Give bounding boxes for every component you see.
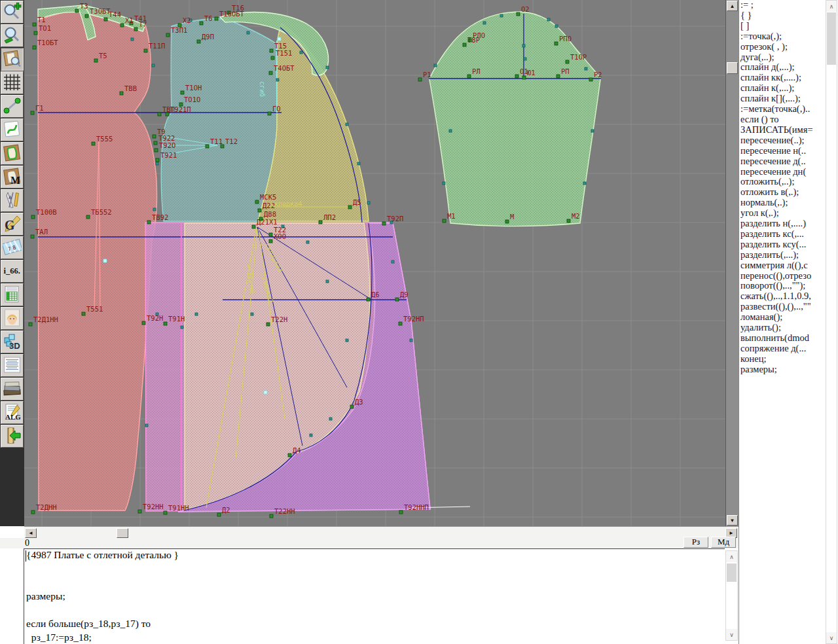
rz-button[interactable]: Рз — [683, 537, 708, 548]
curve-point-marker[interactable] — [524, 58, 526, 60]
curve-point-marker[interactable] — [346, 123, 348, 126]
command-item[interactable]: отрезок( , ); — [739, 42, 838, 52]
toolbar-button-measuring-tape[interactable]: 7 8 — [1, 236, 24, 259]
curve-point-marker[interactable] — [247, 31, 249, 34]
curve-point-marker[interactable] — [346, 339, 348, 342]
curve-point-marker[interactable] — [251, 313, 253, 315]
toolbar-button-zoom-in[interactable] — [1, 1, 24, 24]
point-marker[interactable] — [288, 454, 291, 457]
point-marker[interactable] — [104, 18, 107, 21]
command-item[interactable]: сплайн д(,...); — [739, 62, 838, 73]
pattern-drawing[interactable]: Т1ТО1Т1ОБТТ3Т3ОБТТ44Х1Т41Т7Т5ТВВГ1ТВПТ92… — [24, 0, 725, 526]
program-editor[interactable]: {4987 Платье с отлетной деталью }размеры… — [24, 548, 725, 644]
scroll-down-button[interactable]: ▼ — [727, 515, 738, 526]
point-marker[interactable] — [399, 510, 403, 514]
point-marker[interactable] — [31, 510, 35, 514]
point-marker[interactable] — [181, 91, 184, 94]
command-item[interactable]: перенос((),отрезо — [739, 271, 838, 281]
point-marker[interactable] — [217, 513, 221, 516]
command-item[interactable]: сплайн кк(,....); — [739, 73, 838, 83]
point-marker[interactable] — [555, 42, 558, 45]
command-item[interactable]: пересечение дн( — [739, 167, 838, 177]
toolbar-button-segment[interactable] — [1, 95, 24, 118]
curve-point-marker[interactable] — [153, 208, 156, 211]
point-marker[interactable] — [138, 510, 141, 513]
curve-point-marker[interactable] — [547, 18, 550, 21]
point-marker[interactable] — [147, 221, 151, 224]
point-marker[interactable] — [418, 78, 422, 81]
point-marker[interactable] — [566, 60, 569, 63]
point-marker[interactable] — [505, 220, 509, 223]
editor-vertical-scrollbar[interactable]: ∧ ∨ — [725, 550, 738, 641]
point-marker[interactable] — [85, 14, 88, 18]
point-marker[interactable] — [589, 78, 592, 81]
canvas-horizontal-scrollbar[interactable]: ◄ ► — [24, 526, 738, 538]
curve-point-marker[interactable] — [591, 130, 594, 132]
curve-point-marker[interactable] — [181, 326, 183, 329]
point-marker[interactable] — [120, 24, 124, 27]
command-item[interactable]: конец; — [739, 354, 838, 365]
curve-point-marker[interactable] — [449, 130, 452, 132]
curve-point-marker[interactable] — [329, 418, 332, 420]
curve-point-marker[interactable] — [434, 64, 437, 67]
toolbar-button-fit-view[interactable] — [1, 48, 24, 71]
command-item[interactable]: :=метка(точка(,).. — [739, 104, 838, 115]
curve-point-marker[interactable] — [156, 162, 158, 165]
point-marker[interactable] — [164, 511, 167, 514]
commands-scroll-up-button[interactable]: ∧ — [826, 1, 837, 12]
command-item[interactable]: поворот((),..,""); — [739, 281, 838, 291]
point-marker[interactable] — [348, 206, 352, 209]
toolbar-button-curve-sketch[interactable] — [1, 118, 24, 141]
canvas-vscroll-thumb[interactable] — [727, 62, 738, 74]
curve-point-marker[interactable] — [555, 25, 558, 27]
command-item[interactable]: разделить(,...); — [739, 250, 838, 260]
scroll-up-button[interactable]: ▲ — [727, 1, 738, 11]
toolbar-button-drafting-tools[interactable]: А — [1, 189, 24, 212]
command-item[interactable]: сопряжение д(... — [739, 344, 838, 354]
command-item[interactable]: размеры; — [739, 365, 838, 375]
command-item[interactable]: нормаль(,.); — [739, 198, 838, 208]
point-marker[interactable] — [34, 31, 37, 35]
curve-point-marker[interactable] — [410, 339, 412, 342]
toolbar-button-operations-list[interactable] — [1, 354, 24, 377]
point-marker[interactable] — [156, 158, 159, 162]
toolbar-button-exit[interactable] — [1, 425, 24, 448]
point-marker[interactable] — [33, 46, 36, 49]
curve-point-marker[interactable] — [500, 14, 503, 17]
command-item[interactable]: { } — [739, 10, 838, 21]
command-item[interactable]: симметрия л((),с — [739, 260, 838, 271]
command-item[interactable]: дуга(,..); — [739, 52, 838, 63]
curve-point-marker[interactable] — [145, 424, 148, 427]
point-marker[interactable] — [200, 22, 203, 25]
curve-point-marker[interactable] — [483, 22, 486, 24]
point-marker[interactable] — [269, 233, 272, 236]
curve-point-marker[interactable] — [300, 51, 302, 54]
point-marker[interactable] — [319, 221, 322, 224]
command-item[interactable]: удалить(); — [739, 323, 838, 333]
point-marker[interactable] — [522, 76, 526, 79]
selected-point-marker[interactable] — [278, 37, 281, 41]
command-item[interactable]: сжать((),..,1.1,0.9, — [739, 291, 838, 302]
point-marker[interactable] — [367, 298, 370, 301]
command-item[interactable]: пересечение(..); — [739, 135, 838, 146]
point-marker[interactable] — [158, 113, 161, 116]
point-marker[interactable] — [268, 112, 271, 115]
toolbar-button-pattern-detail-m[interactable]: M — [1, 166, 24, 188]
canvas-hscroll-thumb[interactable] — [117, 528, 128, 538]
command-item[interactable]: разделить ксу(... — [739, 240, 838, 250]
command-item[interactable]: разделить н(,....) — [739, 219, 838, 229]
commands-vscroll-thumb[interactable] — [827, 12, 836, 65]
toolbar-button-size-table[interactable] — [1, 283, 24, 306]
point-marker[interactable] — [33, 23, 36, 26]
editor-scroll-down-button[interactable]: ∨ — [726, 629, 737, 640]
command-item[interactable]: выполнить(dmod — [739, 333, 838, 344]
point-marker[interactable] — [270, 49, 273, 52]
point-marker[interactable] — [92, 142, 95, 145]
point-marker[interactable] — [31, 215, 35, 219]
curve-point-marker[interactable] — [357, 162, 360, 165]
command-item[interactable]: разделить кс(,... — [739, 229, 838, 240]
editor-vscroll-thumb[interactable] — [727, 564, 737, 582]
command-item[interactable]: сплайн к(,...); — [739, 83, 838, 94]
curve-point-marker[interactable] — [310, 434, 312, 437]
toolbar-button-graphics-g[interactable]: G — [1, 213, 24, 236]
